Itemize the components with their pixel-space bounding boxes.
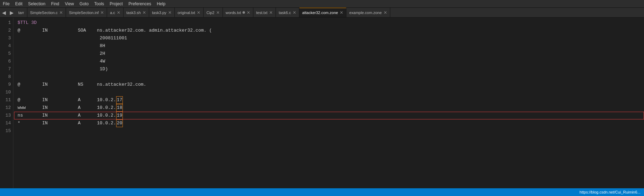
linenum-7: 7	[0, 65, 11, 73]
code-line-15	[18, 127, 644, 135]
menu-file[interactable]: File	[0, 1, 12, 7]
tab-cip2[interactable]: Cip2✕	[204, 8, 223, 17]
close-tab-task3py[interactable]: ✕	[168, 10, 172, 15]
linenum-5: 5	[0, 50, 11, 58]
close-tab-examplezone[interactable]: ✕	[384, 10, 387, 15]
menu-tools[interactable]: Tools	[92, 1, 107, 7]
close-tab-testtxt[interactable]: ✕	[269, 10, 273, 15]
close-tab-task3sh[interactable]: ✕	[142, 10, 146, 15]
tab-examplezone[interactable]: example.com.zone✕	[346, 8, 390, 17]
code-line-9: @ IN NS ns.attacker32.com.	[18, 81, 644, 89]
linenum-12: 12	[0, 104, 11, 112]
menu-goto[interactable]: Goto	[77, 1, 92, 7]
tab-attacker32zone[interactable]: attacker32.com.zone✕	[299, 8, 346, 17]
linenum-14: 14	[0, 119, 11, 127]
linenum-3: 3	[0, 34, 11, 42]
close-tab-simplesection-inf[interactable]: ✕	[100, 10, 104, 15]
linenum-6: 6	[0, 58, 11, 65]
code-line-1: $TTL 3D	[18, 19, 644, 27]
menu-selection[interactable]: Selection	[25, 1, 48, 7]
close-tab-attacker32zone[interactable]: ✕	[340, 10, 343, 15]
tab-task3py[interactable]: task3.py✕	[149, 8, 175, 17]
ttl-directive: $TTL 3D	[18, 19, 37, 27]
tab-task3sh[interactable]: task3.sh✕	[124, 8, 149, 17]
tab-originaltxt[interactable]: original.txt✕	[175, 8, 204, 17]
tab-task6c[interactable]: task6.c✕	[276, 8, 299, 17]
code-line-4: 8H	[18, 42, 644, 50]
code-line-14: * IN A 10.0.2.20	[18, 119, 644, 127]
menu-find[interactable]: Find	[48, 1, 62, 7]
close-tab-wordstxt[interactable]: ✕	[247, 10, 250, 15]
tab-ac[interactable]: a.c✕	[107, 8, 124, 17]
menubar: File Edit Selection Find View Goto Tools…	[0, 0, 644, 8]
code-line-7: 1D)	[18, 65, 644, 73]
line-numbers: 1 2 3 4 5 6 7 8 9 10 11 12 13 14 15	[0, 18, 13, 188]
linenum-13: 13	[0, 112, 11, 119]
code-line-10	[18, 89, 644, 96]
code-line-6: 4W	[18, 58, 644, 65]
linenum-4: 4	[0, 42, 11, 50]
octet-14: 20	[116, 119, 123, 127]
linenum-1: 1	[0, 19, 11, 27]
close-tab-simplesection-c[interactable]: ✕	[59, 10, 63, 15]
code-line-11: @ IN A 10.0.2.17	[18, 96, 644, 104]
tab-nav-left[interactable]: ◀	[0, 8, 8, 17]
statusbar-url: https://blog.csdn.net/Cui_Ruimin6...	[579, 190, 640, 194]
tab-tarr[interactable]: tarr	[15, 8, 27, 17]
linenum-10: 10	[0, 89, 11, 96]
close-tab-task6c[interactable]: ✕	[293, 10, 296, 15]
code-line-12: www IN A 10.0.2.18	[18, 104, 644, 112]
linenum-2: 2	[0, 27, 11, 34]
close-tab-ac[interactable]: ✕	[117, 10, 120, 15]
tab-wordstxt[interactable]: words.txt✕	[223, 8, 253, 17]
code-line-2: @ IN SOA ns.attacker32.com. admin.attack…	[18, 27, 644, 34]
tab-simplesection-inf[interactable]: SimpleSection.inf✕	[66, 8, 107, 17]
editor: 1 2 3 4 5 6 7 8 9 10 11 12 13 14 15 $TTL…	[0, 18, 644, 188]
menu-help[interactable]: Help	[154, 1, 168, 7]
code-area[interactable]: $TTL 3D @ IN SOA ns.attacker32.com. admi…	[13, 18, 644, 188]
linenum-9: 9	[0, 81, 11, 89]
menu-project[interactable]: Project	[107, 1, 126, 7]
tab-simplesection-c[interactable]: SimpleSection.c✕	[27, 8, 66, 17]
linenum-15: 15	[0, 127, 11, 135]
linenum-8: 8	[0, 73, 11, 81]
menu-edit[interactable]: Edit	[12, 1, 25, 7]
code-line-3: 2008111001	[18, 34, 644, 42]
menu-preferences[interactable]: Preferences	[126, 1, 154, 7]
code-line-13: ns IN A 10.0.2.19	[18, 112, 644, 119]
octet-12: 18	[116, 104, 123, 112]
statusbar: https://blog.csdn.net/Cui_Ruimin6...	[0, 188, 644, 196]
octet-11: 17	[116, 96, 123, 104]
code-line-5: 2H	[18, 50, 644, 58]
tabbar: ◀ ▶ tarr SimpleSection.c✕ SimpleSection.…	[0, 8, 644, 18]
close-tab-cip2[interactable]: ✕	[216, 10, 220, 15]
tab-testtxt[interactable]: test.txt✕	[253, 8, 276, 17]
close-tab-originaltxt[interactable]: ✕	[197, 10, 200, 15]
code-line-8	[18, 73, 644, 81]
octet-13: 19	[116, 112, 123, 119]
tab-nav-right[interactable]: ▶	[8, 8, 15, 17]
linenum-11: 11	[0, 96, 11, 104]
menu-view[interactable]: View	[62, 1, 77, 7]
